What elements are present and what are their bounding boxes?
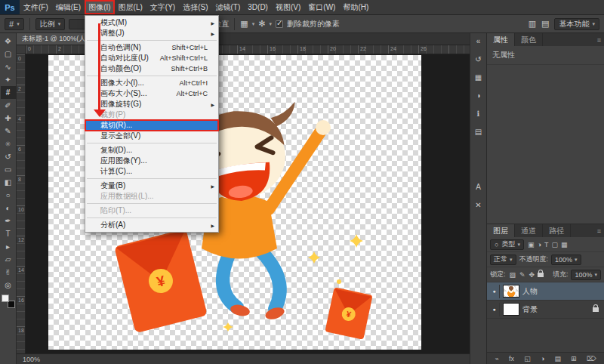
image-menu-item[interactable]: 自动颜色(O)Shift+Ctrl+B <box>85 63 218 74</box>
layers-tab-2[interactable]: 通道 <box>515 224 543 237</box>
menubar-item-9[interactable]: 视图(V) <box>272 0 304 14</box>
menubar-item-3[interactable]: 图像(I) <box>85 0 114 14</box>
image-menu-item[interactable]: 计算(C)... <box>85 166 218 177</box>
swatches-panel-icon[interactable]: ▦ <box>472 72 485 83</box>
adjustments-panel-icon[interactable]: ◑ <box>472 90 485 101</box>
hand-tool[interactable]: ✌ <box>1 266 16 279</box>
menubar-item-8[interactable]: 3D(D) <box>244 0 272 14</box>
pen-tool[interactable]: ✒ <box>1 214 16 227</box>
image-menu-item[interactable]: 显示全部(V) <box>85 131 218 141</box>
visibility-toggle[interactable]: ● <box>489 303 500 316</box>
image-menu-item[interactable]: 复制(D)... <box>85 145 218 156</box>
dock-toggle-icon[interactable]: ▥ <box>528 19 536 29</box>
brush-tool[interactable]: ✎ <box>1 125 16 137</box>
menubar-item-5[interactable]: 文字(Y) <box>146 0 179 14</box>
image-menu-item[interactable]: 变量(B)▶ <box>85 180 218 191</box>
info-panel-icon[interactable]: ℹ <box>472 108 485 119</box>
layer-thumbnail[interactable] <box>503 303 519 316</box>
image-menu-item[interactable]: 自动色调(N)Shift+Ctrl+L <box>85 42 218 53</box>
crop-tool-preset[interactable]: # ▾ <box>5 18 24 30</box>
properties-tab-1[interactable]: 属性 <box>487 33 515 46</box>
properties-tab-2[interactable]: 颜色 <box>515 33 543 46</box>
menubar-item-6[interactable]: 选择(S) <box>179 0 211 14</box>
layers-tab-3[interactable]: 路径 <box>543 224 571 237</box>
fill-select[interactable]: 100% ▾ <box>571 270 601 280</box>
shape-tool[interactable]: ▱ <box>1 253 16 266</box>
close-panel-icon[interactable]: ✕ <box>472 199 485 211</box>
image-menu-item[interactable]: 自动对比度(U)Alt+Shift+Ctrl+L <box>85 53 218 63</box>
delete-pixels-checkbox[interactable] <box>276 20 283 28</box>
overlay-grid-icon[interactable]: ▦ <box>240 19 248 29</box>
layer-style-icon[interactable]: fx <box>508 355 515 362</box>
move-tool[interactable]: ✥ <box>1 35 16 48</box>
menubar-item-2[interactable]: 编辑(E) <box>52 0 85 14</box>
foreground-color-swatch[interactable] <box>2 295 9 302</box>
path-selection-tool[interactable]: ▸ <box>1 240 16 253</box>
filter-type-icon[interactable]: T <box>544 241 550 248</box>
type-tool[interactable]: T <box>1 227 16 240</box>
image-menu-item[interactable]: 图像旋转(G)▶ <box>85 99 218 110</box>
lock-all-icon[interactable] <box>538 273 544 277</box>
image-menu-item[interactable]: 分析(A)▶ <box>85 220 218 230</box>
visibility-toggle[interactable]: ● <box>489 285 500 298</box>
filter-shape-icon[interactable]: ▢ <box>550 241 559 248</box>
image-menu-item[interactable]: 应用图像(Y)... <box>85 156 218 166</box>
zoom-level[interactable]: 100% <box>23 356 40 363</box>
filter-kind-icon[interactable]: ▣ <box>527 241 535 248</box>
image-menu-item[interactable]: 模式(M)▶ <box>85 17 218 28</box>
filter-adjustment-icon[interactable]: ◑ <box>536 241 541 248</box>
eraser-tool[interactable]: ▭ <box>1 163 16 176</box>
styles-panel-icon[interactable]: ▤ <box>472 126 485 137</box>
gradient-tool[interactable]: ◧ <box>1 176 16 189</box>
layer-group-icon[interactable]: ▤ <box>553 355 562 362</box>
menubar-item-1[interactable]: 文件(F) <box>20 0 52 14</box>
layer-mask-icon[interactable]: ◱ <box>523 355 532 362</box>
zoom-tool[interactable]: ◎ <box>1 279 16 292</box>
color-swatches[interactable] <box>2 295 15 308</box>
panel-menu-icon[interactable]: ≡ <box>543 33 604 46</box>
layer-thumbnail[interactable] <box>503 285 519 298</box>
delete-layer-icon[interactable]: ⌦ <box>586 355 597 362</box>
quick-selection-tool[interactable]: ✦ <box>1 73 16 86</box>
image-menu-item[interactable]: 裁切(R)... <box>85 120 218 131</box>
menubar-item-7[interactable]: 滤镜(T) <box>212 0 245 14</box>
opacity-select[interactable]: 100% ▾ <box>551 254 581 265</box>
dodge-tool[interactable]: ◐ <box>1 202 16 214</box>
menubar-item-11[interactable]: 帮助(H) <box>339 0 372 14</box>
blend-mode-select[interactable]: 正常 ▾ <box>490 254 516 265</box>
menubar-item-10[interactable]: 窗口(W) <box>304 0 339 14</box>
character-panel-icon[interactable]: A <box>472 181 485 193</box>
adjustment-layer-icon[interactable]: ◑ <box>540 355 545 362</box>
lock-paint-icon[interactable]: ✎ <box>519 271 526 279</box>
blur-tool[interactable]: ○ <box>1 189 16 202</box>
collapse-dock-icon[interactable]: « <box>472 35 485 47</box>
filter-smart-icon[interactable]: ▦ <box>560 241 569 248</box>
layers-tab-1[interactable]: 图层 <box>487 224 515 237</box>
history-brush-tool[interactable]: ↺ <box>1 150 16 163</box>
gear-icon[interactable]: ✻ <box>258 19 265 29</box>
image-menu-item[interactable]: 图像大小(I)...Alt+Ctrl+I <box>85 78 218 88</box>
image-menu-item[interactable]: 画布大小(S)...Alt+Ctrl+C <box>85 88 218 99</box>
marquee-tool[interactable]: ▢ <box>1 48 16 60</box>
clone-stamp-tool[interactable]: ⍟ <box>1 137 16 150</box>
menu-separator <box>87 203 217 204</box>
menubar-item-4[interactable]: 图层(L) <box>115 0 146 14</box>
panel-menu-icon[interactable]: ≡ <box>571 224 604 237</box>
eyedropper-tool[interactable]: ✐ <box>1 99 16 112</box>
crop-tool[interactable]: # <box>1 86 16 99</box>
ruler-number: 8 <box>18 177 21 182</box>
crop-ratio-select[interactable]: 比例 ▾ <box>35 18 66 30</box>
lasso-tool[interactable]: ∿ <box>1 60 16 73</box>
layer-row[interactable]: ●背景 <box>487 301 604 319</box>
dock-toggle2-icon[interactable]: ▤ <box>541 19 549 29</box>
layer-row[interactable]: ●人物 <box>487 282 604 301</box>
layer-filter-select[interactable]: ○ 类型 ▾ <box>490 239 524 250</box>
workspace-select[interactable]: 基本功能 ▾ <box>554 18 599 30</box>
lock-position-icon[interactable]: ✥ <box>528 271 536 279</box>
history-panel-icon[interactable]: ↺ <box>472 54 485 65</box>
healing-brush-tool[interactable]: ✚ <box>1 112 16 125</box>
link-layers-icon[interactable]: ⌁ <box>495 355 500 362</box>
lock-transparency-icon[interactable]: ▨ <box>509 271 517 279</box>
image-menu-item[interactable]: 调整(J)▶ <box>85 28 218 39</box>
new-layer-icon[interactable]: ⊞ <box>570 355 578 362</box>
